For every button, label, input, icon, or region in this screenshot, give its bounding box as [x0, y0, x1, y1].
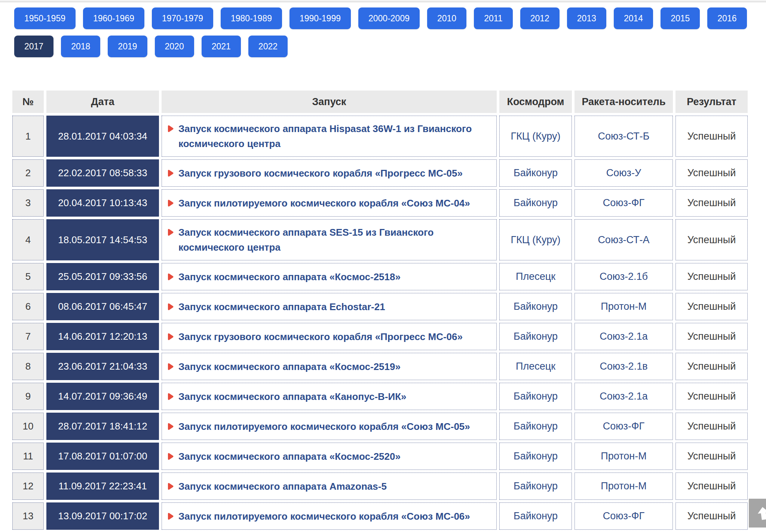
red-triangle-icon	[168, 199, 174, 207]
year-filter-2017[interactable]: 2017	[14, 36, 53, 57]
cosmodrome-cell: Байконур	[499, 502, 572, 530]
cosmodrome-cell: Байконур	[499, 473, 572, 500]
result-cell: Успешный	[675, 219, 748, 260]
launch-cell: Запуск пилотируемого космического корабл…	[162, 189, 497, 217]
launch-link[interactable]: Запуск космического аппарата Echostar-21	[178, 299, 385, 314]
year-filter-2022[interactable]: 2022	[248, 36, 288, 57]
result-cell: Успешный	[675, 353, 748, 380]
launch-link[interactable]: Запуск космического аппарата Hispasat 36…	[178, 121, 490, 151]
rocket-cell: Союз-2.1а	[574, 383, 673, 410]
date-cell: 22.02.2017 08:58:33	[46, 159, 159, 187]
red-triangle-icon	[168, 273, 174, 281]
launch-link[interactable]: Запуск космического аппарата Amazonas-5	[178, 479, 387, 494]
year-filter-2011[interactable]: 2011	[474, 7, 512, 29]
launch-cell: Запуск космического аппарата «Космос-251…	[162, 263, 497, 290]
row-number-cell: 8	[12, 353, 44, 380]
launch-link[interactable]: Запуск космического аппарата «Канопус-В-…	[178, 389, 407, 404]
year-filter-2012[interactable]: 2012	[520, 7, 560, 29]
year-filter-2021[interactable]: 2021	[202, 36, 241, 57]
launch-cell: Запуск пилотируемого космического корабл…	[162, 502, 497, 530]
table-row: 608.06.2017 06:45:47Запуск космического …	[12, 293, 748, 320]
result-cell: Успешный	[675, 159, 748, 187]
red-triangle-icon	[168, 423, 174, 430]
year-filter-1980-1989[interactable]: 1980-1989	[221, 7, 282, 29]
year-filter-1990-1999[interactable]: 1990-1999	[289, 7, 351, 29]
column-header-result: Результат	[675, 91, 748, 113]
launch-cell: Запуск грузового космического корабля «П…	[162, 323, 497, 350]
table-row: 418.05.2017 14:54:53Запуск космического …	[12, 219, 748, 260]
year-filter-2018[interactable]: 2018	[61, 36, 100, 57]
launch-link[interactable]: Запуск космического аппарата «Космос-251…	[178, 359, 401, 374]
launch-link[interactable]: Запуск пилотируемого космического корабл…	[178, 509, 470, 524]
year-filter-2015[interactable]: 2015	[661, 7, 700, 29]
result-cell: Успешный	[675, 413, 748, 440]
year-filter-2014[interactable]: 2014	[614, 7, 653, 29]
launch-cell: Запуск космического аппарата Hispasat 36…	[162, 116, 497, 157]
table-row: 823.06.2017 21:04:33Запуск космического …	[12, 353, 748, 380]
year-filter-1960-1969[interactable]: 1960-1969	[83, 7, 144, 29]
year-filter-2016[interactable]: 2016	[707, 7, 747, 29]
cosmodrome-cell: Байконур	[499, 413, 572, 440]
date-cell: 13.09.2017 00:17:02	[46, 502, 159, 530]
row-number-cell: 2	[12, 159, 44, 187]
year-filter-2013[interactable]: 2013	[567, 7, 606, 29]
launch-link[interactable]: Запуск космического аппарата «Космос-252…	[178, 449, 401, 464]
year-filter-2020[interactable]: 2020	[155, 36, 194, 57]
cosmodrome-cell: ГКЦ (Куру)	[499, 219, 572, 260]
year-filter-1970-1979[interactable]: 1970-1979	[152, 7, 213, 29]
launch-cell: Запуск космического аппарата «Космос-251…	[162, 353, 497, 380]
table-row: 1028.07.2017 18:41:12Запуск пилотируемог…	[12, 413, 748, 440]
result-cell: Успешный	[675, 443, 748, 470]
cosmodrome-cell: Байконур	[499, 443, 572, 470]
date-cell: 25.05.2017 09:33:56	[46, 263, 159, 290]
rocket-cell: Союз-ФГ	[574, 413, 673, 440]
table-row: 525.05.2017 09:33:56Запуск космического …	[12, 263, 748, 290]
column-header-date: Дата	[46, 91, 159, 113]
row-number-cell: 4	[12, 219, 44, 260]
launch-link[interactable]: Запуск космического аппарата «Космос-251…	[178, 269, 401, 284]
launch-cell: Запуск космического аппарата SES-15 из Г…	[162, 219, 497, 260]
date-cell: 14.07.2017 09:36:49	[46, 383, 159, 410]
date-cell: 14.06.2017 12:20:13	[46, 323, 159, 350]
date-cell: 08.06.2017 06:45:47	[46, 293, 159, 320]
launch-link[interactable]: Запуск грузового космического корабля «П…	[178, 329, 463, 344]
row-number-cell: 9	[12, 383, 44, 410]
red-triangle-icon	[168, 333, 174, 340]
table-row: 128.01.2017 04:03:34Запуск космического …	[12, 116, 748, 157]
column-header-launch: Запуск	[162, 91, 497, 113]
rocket-cell: Союз-ФГ	[574, 189, 673, 217]
year-filter-2000-2009[interactable]: 2000-2009	[358, 7, 420, 29]
scroll-to-top-button[interactable]	[749, 499, 766, 528]
result-cell: Успешный	[675, 473, 748, 500]
rocket-cell: Протон-М	[574, 443, 673, 470]
year-filter-1950-1959[interactable]: 1950-1959	[14, 7, 76, 29]
launch-link[interactable]: Запуск космического аппарата SES-15 из Г…	[178, 225, 490, 255]
result-cell: Успешный	[675, 383, 748, 410]
row-number-cell: 10	[12, 413, 44, 440]
date-cell: 28.07.2017 18:41:12	[46, 413, 159, 440]
table-row: 714.06.2017 12:20:13Запуск грузового кос…	[12, 323, 748, 350]
column-header-rocket: Ракета-носитель	[574, 91, 673, 113]
table-row: 1211.09.2017 22:23:41Запуск космического…	[12, 473, 748, 500]
launch-cell: Запуск грузового космического корабля «П…	[162, 159, 497, 187]
table-row: 320.04.2017 10:13:43Запуск пилотируемого…	[12, 189, 748, 217]
launch-link[interactable]: Запуск грузового космического корабля «П…	[178, 166, 463, 181]
date-cell: 23.06.2017 21:04:33	[46, 353, 159, 380]
row-number-cell: 13	[12, 502, 44, 530]
column-header-num: №	[12, 91, 44, 113]
launch-link[interactable]: Запуск пилотируемого космического корабл…	[178, 419, 470, 434]
red-triangle-icon	[168, 169, 174, 177]
rocket-cell: Союз-СТ-А	[574, 219, 673, 260]
column-header-cosmodrome: Космодром	[499, 91, 572, 113]
result-cell: Успешный	[675, 116, 748, 157]
year-filter-bar: 1950-19591960-19691970-19791980-19891990…	[0, 7, 766, 57]
launch-link[interactable]: Запуск пилотируемого космического корабл…	[178, 196, 470, 211]
launches-table: №ДатаЗапускКосмодромРакета-носительРезул…	[10, 88, 750, 532]
year-filter-2010[interactable]: 2010	[427, 7, 466, 29]
result-cell: Успешный	[675, 189, 748, 217]
red-triangle-icon	[168, 513, 174, 520]
year-filter-2019[interactable]: 2019	[108, 36, 147, 57]
rocket-cell: Союз-2.1в	[574, 353, 673, 380]
rocket-cell: Союз-У	[574, 159, 673, 187]
red-triangle-icon	[168, 483, 174, 490]
